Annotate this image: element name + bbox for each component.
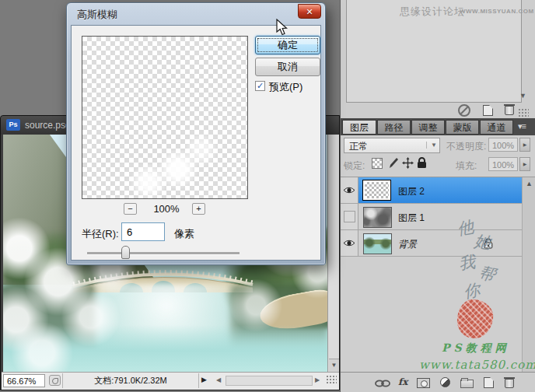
layer-style-fx-icon[interactable]: fx (398, 376, 407, 387)
right-panel: ▼ 思缘设计论坛 WWW.MISSYUAN.COM 图层 路径 调整 蒙版 通道… (340, 0, 535, 392)
dialog-content: 确定 取消 ✓ 预览(P) − 100% + 半径(R): 像素 (71, 25, 321, 261)
blend-mode-dropdown[interactable]: 正常 ▼ (344, 138, 440, 153)
opacity-field[interactable]: 100% (488, 138, 518, 152)
history-scroll-down-icon[interactable]: ▼ (519, 92, 526, 100)
tab-channels[interactable]: 通道 (480, 120, 513, 135)
scroll-down-icon[interactable]: ▼ (329, 359, 339, 372)
new-group-folder-icon[interactable] (460, 380, 474, 388)
tab-layers-label: 图层 (350, 122, 369, 133)
history-trash-icon[interactable] (505, 106, 514, 115)
zoom-scrub-icon[interactable] (49, 375, 61, 386)
layer-row-layer1[interactable]: 图层 1 (341, 204, 522, 230)
radius-slider-thumb[interactable] (121, 246, 130, 259)
radius-unit-label: 像素 (174, 227, 194, 241)
layer-name[interactable]: 图层 1 (398, 212, 425, 225)
hscroll-left-icon[interactable]: ◀ (216, 376, 221, 383)
close-icon[interactable]: ✕ (298, 4, 321, 19)
layer-list-scrollbar[interactable]: ▲ (522, 177, 535, 373)
watermark-ps-site: PS教程网 (442, 341, 510, 355)
lock-all-icon[interactable] (417, 157, 427, 171)
tab-paths[interactable]: 路径 (377, 120, 411, 135)
eye-icon (343, 186, 355, 194)
zoom-out-button[interactable]: − (124, 203, 137, 215)
new-layer-icon[interactable] (484, 377, 494, 388)
lock-position-move-icon[interactable] (402, 157, 414, 171)
visibility-toggle[interactable] (341, 204, 358, 229)
layer-thumbnail[interactable] (363, 180, 390, 200)
handwriting-char: 她 (473, 230, 492, 254)
zoom-in-button[interactable]: + (192, 203, 205, 215)
opacity-label: 不透明度: (446, 140, 486, 153)
layer-thumbnail[interactable] (363, 207, 392, 228)
visibility-toggle[interactable] (341, 177, 358, 203)
tab-masks[interactable]: 蒙版 (446, 120, 479, 135)
tab-channels-label: 通道 (488, 122, 506, 133)
mouse-cursor-icon (275, 19, 288, 37)
chevron-down-icon: ▼ (426, 142, 437, 149)
vertical-scrollbar[interactable]: ▼ (327, 135, 339, 372)
lock-pixels-brush-icon[interactable] (388, 157, 399, 171)
ps-app-icon: Ps (6, 119, 20, 131)
adjustment-layer-icon[interactable] (440, 377, 450, 387)
tab-layers[interactable]: 图层 (342, 120, 376, 135)
lock-label: 锁定: (344, 159, 365, 173)
hscroll-right-icon[interactable]: ▶ (315, 376, 320, 383)
lock-transparency-icon[interactable] (372, 158, 383, 169)
preview-zoom-level: 100% (145, 203, 187, 215)
eye-icon (343, 239, 355, 247)
preview-checkbox-label: 预览(P) (269, 80, 302, 94)
cancel-button[interactable]: 取消 (255, 58, 320, 76)
radius-label: 半径(R): (82, 227, 119, 241)
layer-name[interactable]: 图层 2 (398, 185, 425, 198)
trash-icon[interactable] (505, 379, 514, 388)
panel-menu-icon[interactable]: ▾≡ (518, 121, 526, 131)
fill-spin-icon[interactable]: ▶ (519, 157, 530, 171)
layer-name[interactable]: 背景 (398, 238, 417, 251)
layer-thumbnail[interactable] (363, 233, 392, 254)
document-size-info: 文档:791.0K/2.32M (64, 375, 198, 387)
layer-row-background[interactable]: 背景 (341, 230, 522, 257)
link-layers-icon[interactable] (375, 379, 390, 390)
panel-resize-grip[interactable] (518, 108, 529, 117)
opacity-spin-icon[interactable]: ▶ (519, 138, 530, 152)
fill-field[interactable]: 100% (488, 157, 518, 171)
watermark-ps-url: www.tata580.com (419, 358, 535, 372)
tab-paths-label: 路径 (385, 122, 404, 133)
eye-empty-box[interactable] (344, 211, 355, 222)
add-layer-mask-icon[interactable] (417, 378, 430, 388)
visibility-toggle[interactable] (341, 230, 358, 256)
fill-label: 填充: (456, 159, 477, 173)
radius-input[interactable] (121, 222, 165, 241)
status-options-arrow-icon[interactable]: ▶ (201, 376, 207, 383)
layers-panel-tab-row: 图层 路径 调整 蒙版 通道 ▾≡ (341, 118, 535, 135)
history-new-icon[interactable] (483, 105, 493, 116)
horizontal-scrollbar[interactable] (226, 376, 313, 386)
statusbar-divider (198, 373, 199, 388)
gaussian-blur-dialog: 高斯模糊 ✕ 确定 取消 ✓ 预览(P) − 100% + 半径(R): 像素 (66, 2, 326, 265)
zoom-level-field[interactable]: 66.67% (3, 374, 45, 387)
photoshop-workspace: ▼ 思缘设计论坛 WWW.MISSYUAN.COM 图层 路径 调整 蒙版 通道… (0, 0, 535, 392)
layers-bottom-bar: fx (341, 372, 535, 392)
layer-row-layer2[interactable]: 图层 2 (341, 177, 522, 204)
tab-adjust-label: 调整 (419, 122, 438, 133)
preview-checkbox[interactable]: ✓ (255, 81, 265, 91)
tab-adjust[interactable]: 调整 (411, 120, 445, 135)
layers-panel-body: 正常 ▼ 不透明度: 100% ▶ 锁定: 填充: 100% ▶ (341, 135, 535, 372)
blend-mode-value: 正常 (349, 140, 368, 153)
status-bar: 66.67% 文档:791.0K/2.32M ▶ ◀ ▶ (2, 372, 339, 390)
document-title: source.psd (25, 120, 71, 131)
statusbar-divider (62, 373, 63, 388)
ok-button[interactable]: 确定 (255, 36, 320, 54)
dialog-title: 高斯模糊 (77, 8, 117, 22)
tab-masks-label: 蒙版 (453, 122, 472, 133)
watermark-site-name: 思缘设计论坛 (400, 5, 465, 19)
blur-preview-area[interactable] (82, 36, 248, 199)
scroll-up-icon[interactable]: ▲ (526, 180, 533, 187)
window-resize-grip[interactable] (326, 375, 337, 383)
history-delete-icon[interactable] (458, 104, 470, 117)
radius-slider-track[interactable] (87, 252, 240, 255)
watermark-site-url: WWW.MISSYUAN.COM (460, 8, 534, 15)
preview-transparency (82, 37, 247, 198)
